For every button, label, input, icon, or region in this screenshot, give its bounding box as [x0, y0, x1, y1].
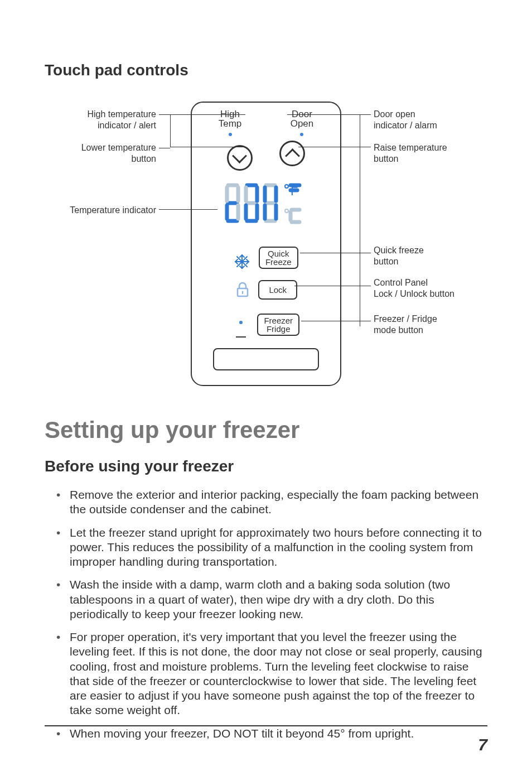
quick-freeze-button[interactable]: QuickFreeze — [259, 247, 298, 269]
callout-freezer-fridge: Freezer / Fridgemode button — [374, 314, 485, 336]
svg-point-24 — [285, 209, 288, 213]
callout-high-temp: High temperatureindicator / alert — [56, 109, 156, 131]
panel-row-freezer-fridge: FreezerFridge — [192, 314, 340, 340]
freezer-fridge-button[interactable]: FreezerFridge — [257, 314, 299, 336]
snowflake-icon — [234, 253, 250, 272]
heading-before-using: Before using your freezer — [45, 457, 487, 475]
door-open-label: DoorOpen — [277, 109, 327, 128]
door-open-indicator-dot — [300, 133, 303, 136]
instruction-list: Remove the exterior and interior packing… — [45, 488, 487, 741]
footer-divider — [45, 725, 487, 726]
lower-temperature-button[interactable] — [227, 145, 253, 171]
panel-row-quick-freeze: QuickFreeze — [192, 247, 340, 272]
callout-temp-indicator: Temperature indicator — [39, 205, 156, 216]
page-number: 7 — [478, 735, 487, 754]
list-item: When moving your freezer, DO NOT tilt it… — [70, 726, 487, 741]
heading-touch-pad: Touch pad controls — [45, 61, 487, 79]
callout-door-open: Door openindicator / alarm — [374, 109, 485, 131]
lock-icon — [235, 281, 250, 300]
lock-button[interactable]: Lock — [258, 280, 297, 300]
blank-button[interactable] — [213, 348, 319, 370]
high-temp-label: HighTemp — [205, 109, 255, 128]
list-item: For proper operation, it's very importan… — [70, 630, 487, 718]
panel-row-lock: Lock — [192, 280, 340, 300]
control-panel: HighTemp DoorOpen — [191, 102, 341, 386]
list-item: Remove the exterior and interior packing… — [70, 488, 487, 517]
panel-row-blank — [192, 348, 340, 370]
callout-control-lock: Control PanelLock / Unlock button — [374, 277, 496, 300]
control-panel-diagram: High temperatureindicator / alert Lower … — [45, 99, 487, 394]
callout-raise-temp: Raise temperaturebutton — [374, 142, 485, 165]
temperature-indicator-display: F — [192, 181, 340, 227]
list-item: Let the freezer stand upright for approx… — [70, 526, 487, 570]
high-temp-indicator-dot — [229, 133, 232, 136]
callout-quick-freeze: Quick freezebutton — [374, 245, 485, 267]
mode-indicator — [233, 320, 249, 340]
heading-setting-up: Setting up your freezer — [45, 417, 487, 444]
panel-row-indicators: HighTemp DoorOpen — [192, 109, 340, 138]
raise-temperature-button[interactable] — [279, 141, 305, 166]
svg-point-21 — [285, 185, 288, 188]
callout-lower-temp: Lower temperaturebutton — [56, 142, 156, 165]
list-item: Wash the inside with a damp, warm cloth … — [70, 577, 487, 621]
panel-row-temp-buttons — [192, 141, 340, 171]
